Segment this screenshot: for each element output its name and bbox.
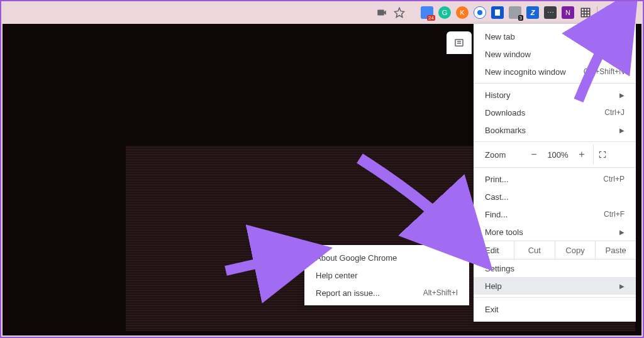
dots-icon[interactable]: ⋯ — [544, 6, 557, 19]
reading-list-button[interactable] — [447, 31, 472, 54]
z-icon[interactable]: Z — [526, 6, 539, 19]
cut-button[interactable]: Cut — [514, 241, 555, 259]
copy-button[interactable]: Copy — [555, 241, 596, 259]
menu-edit-row: Edit Cut Copy Paste — [474, 241, 636, 259]
zoom-out-button[interactable]: − — [525, 149, 543, 160]
camera-icon[interactable] — [375, 6, 388, 19]
menu-separator — [474, 167, 636, 168]
annotation-arrow-3 — [223, 243, 311, 283]
menu-shortcut: Alt+Shift+I — [423, 288, 458, 297]
menu-label: Help center — [316, 271, 357, 280]
menu-shortcut: Ctrl+J — [604, 108, 625, 117]
chevron-right-icon: ▶ — [619, 283, 625, 290]
zoom-label: Zoom — [485, 150, 525, 160]
menu-label: Downloads — [485, 108, 525, 117]
menu-settings[interactable]: Settings — [474, 259, 636, 277]
menu-label: New incognito window — [485, 67, 566, 77]
menu-find[interactable]: Find...Ctrl+F — [474, 205, 636, 223]
menu-label: Report an issue... — [316, 288, 380, 298]
fullscreen-button[interactable] — [593, 144, 611, 165]
chevron-right-icon: ▶ — [619, 127, 625, 134]
menu-label: Cast... — [485, 192, 509, 202]
grey-icon[interactable]: 3 — [509, 6, 521, 19]
doc-icon[interactable] — [491, 6, 504, 19]
menu-label: Bookmarks — [485, 126, 526, 135]
menu-label: Exit — [485, 305, 499, 314]
menu-zoom-row: Zoom − 100% + — [474, 144, 636, 165]
menu-cast[interactable]: Cast... — [474, 188, 636, 205]
menu-help[interactable]: Help▶ — [474, 277, 636, 295]
menu-bookmarks[interactable]: Bookmarks▶ — [474, 121, 636, 139]
paste-button[interactable]: Paste — [595, 241, 636, 259]
star-icon[interactable] — [393, 6, 406, 19]
menu-more-tools[interactable]: More tools▶ — [474, 223, 636, 241]
submenu-report-issue[interactable]: Report an issue...Alt+Shift+I — [304, 284, 469, 302]
menu-shortcut: Ctrl+F — [604, 210, 625, 219]
menu-label: More tools — [485, 227, 523, 237]
menu-label: Find... — [485, 210, 508, 219]
menu-label: Help — [485, 281, 502, 291]
menu-label: Print... — [485, 175, 509, 184]
zoom-in-button[interactable]: + — [573, 149, 591, 160]
onenote-icon[interactable]: N — [562, 6, 574, 19]
menu-label: New tab — [485, 32, 515, 41]
browser-toolbar: 24 G K 3 Z ⋯ N — [1, 1, 643, 24]
grey-badge: 3 — [518, 15, 523, 21]
edit-label: Edit — [474, 241, 514, 259]
menu-label: New window — [485, 50, 531, 59]
annotation-arrow-1 — [574, 6, 636, 109]
k-icon[interactable]: K — [456, 6, 469, 19]
calendar-icon[interactable]: 24 — [421, 6, 433, 19]
menu-separator — [474, 297, 636, 298]
submenu-help-center[interactable]: Help center — [304, 266, 469, 284]
grammarly-icon[interactable]: G — [438, 6, 451, 19]
menu-print[interactable]: Print...Ctrl+P — [474, 170, 636, 188]
calendar-badge: 24 — [427, 15, 435, 21]
menu-label: Settings — [485, 264, 514, 273]
zoom-percent: 100% — [543, 150, 573, 160]
annotation-arrow-2 — [353, 152, 479, 268]
menu-label: History — [485, 90, 510, 100]
chevron-right-icon: ▶ — [619, 229, 625, 236]
menu-shortcut: Ctrl+P — [603, 175, 625, 183]
target-icon[interactable] — [474, 6, 486, 19]
menu-exit[interactable]: Exit — [474, 300, 636, 318]
menu-separator — [474, 141, 636, 142]
